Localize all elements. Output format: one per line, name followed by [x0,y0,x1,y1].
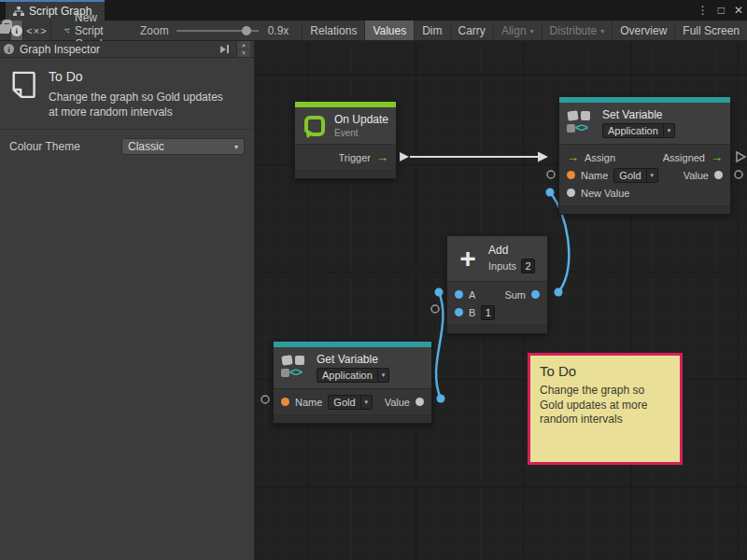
name-port-row[interactable]: Name Gold ▾ Value [274,393,431,411]
set-variable-value-port[interactable] [735,171,742,178]
graph-inspector-title: Graph Inspector [20,43,100,56]
b-value-field[interactable]: 1 [481,305,495,320]
script-graph-icon [64,25,70,36]
add-a-port[interactable] [435,288,444,297]
more-menu-icon[interactable]: ⋮ [698,4,709,17]
zoom-control: Zoom 0.9x [125,21,289,40]
assign-port-row[interactable]: → Assign Assigned → [559,148,730,166]
inputs-count-field[interactable]: 2 [521,259,535,273]
code-view-button[interactable]: <×> [23,21,51,40]
get-variable-name-port[interactable] [261,396,269,403]
string-port-icon[interactable] [281,398,289,406]
overview-button[interactable]: Overview [612,21,674,40]
value-port-icon[interactable] [567,189,575,197]
node-title: On Update [334,113,388,126]
lock-button[interactable] [0,24,11,32]
variables-icon: <> [281,355,309,381]
chevron-down-icon: ▾ [360,396,373,409]
spin-up-icon[interactable]: ▲ [237,41,250,49]
sticky-note-text: Change the graph so Gold updates at more… [540,384,661,427]
chevron-down-icon: ▾ [600,27,604,35]
value-port-icon[interactable] [416,398,424,406]
chevron-down-icon: ▾ [646,169,658,182]
node-set-variable[interactable]: <> Set Variable Application ▾ → Assign A… [558,96,731,215]
chevron-down-icon: ▾ [234,143,238,151]
get-variable-value-port[interactable] [437,395,445,403]
node-footer [274,414,431,423]
value-port-icon[interactable] [714,171,723,179]
variable-scope-dropdown[interactable]: Application ▾ [602,123,675,138]
toolbar-view-buttons: Relations Values Dim Carry Align ▾ Distr… [302,21,747,40]
graph-icon [13,6,24,17]
full-screen-button[interactable]: Full Screen [674,21,747,40]
colour-theme-value: Classic [128,140,164,153]
number-port-icon[interactable] [455,290,463,299]
exec-wire-arrowhead [538,152,548,162]
relations-button[interactable]: Relations [302,21,364,40]
sticky-note-icon [9,71,37,101]
string-port-icon[interactable] [567,171,575,179]
trigger-label: Trigger [339,152,371,163]
code-icon: <×> [26,25,47,36]
colour-theme-row: Colour Theme Classic ▾ [0,130,254,163]
sticky-note[interactable]: To Do Change the graph so Gold updates a… [528,353,683,465]
node-on-update[interactable]: On Update Event Trigger → [294,101,397,179]
chevron-down-icon: ▾ [663,124,675,137]
name-port-row[interactable]: Name Gold ▾ Value [559,166,730,184]
graph-inspector-panel: i Graph Inspector ▲ ▼ To Do Change the g… [0,41,255,560]
new-script-graph-button[interactable]: New Script Graph [51,21,125,40]
graph-toolbar: i <×> New Script Graph Zoom 0.9x Relatio… [0,21,747,41]
inputs-label: Inputs [488,260,516,272]
info-icon: i [4,44,14,54]
node-footer [295,170,396,178]
distribute-dropdown[interactable]: Distribute ▾ [542,21,613,40]
spin-down-icon[interactable]: ▼ [237,49,250,57]
values-button[interactable]: Values [364,21,414,40]
todo-summary: To Do Change the graph so Gold updates a… [0,58,254,130]
variable-name-dropdown[interactable]: Gold ▾ [613,168,658,183]
flow-arrow-icon: → [711,151,723,163]
chevron-down-icon: ▾ [530,27,534,35]
node-get-variable[interactable]: <> Get Variable Application ▾ Name Gold … [273,341,432,424]
set-variable-new-value-port[interactable] [546,189,555,197]
b-port-row[interactable]: B 1 [447,303,547,321]
colour-theme-label: Colour Theme [9,140,121,153]
add-b-port[interactable] [431,305,439,313]
zoom-slider-handle[interactable] [242,26,251,35]
carry-button[interactable]: Carry [450,21,493,40]
close-icon[interactable]: ✕ [734,4,743,17]
dock-panel-icon[interactable] [220,45,231,53]
set-variable-name-port[interactable] [547,171,555,178]
zoom-slider[interactable] [176,21,259,41]
todo-title: To Do [49,69,245,84]
variable-scope-dropdown[interactable]: Application ▾ [317,368,389,383]
node-subtitle: Event [334,128,388,138]
set-variable-assigned-port[interactable] [737,152,745,161]
maximize-icon[interactable]: □ [718,4,725,17]
node-add[interactable]: + Add Inputs 2 A Sum B 1 [446,235,548,334]
chevron-down-icon: ▾ [377,369,389,382]
colour-theme-select[interactable]: Classic ▾ [121,138,245,155]
inspector-toggle-button[interactable]: i [11,21,23,40]
align-dropdown[interactable]: Align ▾ [493,21,542,40]
variables-icon: <> [567,110,595,136]
add-sum-port[interactable] [555,288,563,297]
number-port-icon[interactable] [455,308,463,316]
node-title: Set Variable [602,108,675,121]
graph-canvas[interactable]: On Update Event Trigger → <> Set Variabl… [255,41,747,560]
number-port-icon[interactable] [531,290,540,299]
new-value-port-row[interactable]: New Value [559,184,730,202]
dim-button[interactable]: Dim [414,21,449,40]
node-footer [559,205,730,214]
add-plus-icon: + [455,247,481,270]
exec-output-port[interactable] [400,152,409,161]
lock-icon [0,26,9,34]
zoom-label: Zoom [140,24,169,37]
variable-name-dropdown[interactable]: Gold ▾ [328,395,373,410]
sticky-note-title: To Do [540,363,670,379]
graph-inspector-header[interactable]: i Graph Inspector ▲ ▼ [0,41,254,58]
node-footer [447,325,547,333]
trigger-port-row[interactable]: Trigger → [295,148,396,166]
a-port-row[interactable]: A Sum [447,286,547,303]
panel-spinner[interactable]: ▲ ▼ [236,41,250,57]
